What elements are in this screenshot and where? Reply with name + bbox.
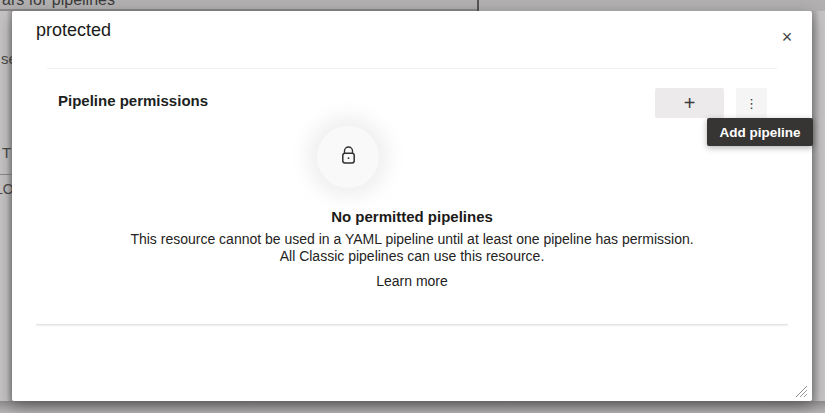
screen: ars for pipelines se T LO protected × Pi… bbox=[0, 0, 825, 413]
learn-more-link[interactable]: Learn more bbox=[376, 273, 448, 289]
background-right-strip bbox=[812, 11, 825, 401]
add-pipeline-tooltip: Add pipeline bbox=[707, 118, 813, 146]
empty-state-description-line: This resource cannot be used in a YAML p… bbox=[62, 231, 762, 248]
empty-state: No permitted pipelines This resource can… bbox=[62, 207, 762, 290]
empty-state-title: No permitted pipelines bbox=[62, 207, 762, 226]
background-text-fragment: T bbox=[2, 144, 11, 161]
panel-bottom-edge bbox=[36, 324, 788, 325]
background-top-strip: ars for pipelines bbox=[0, 0, 825, 11]
more-options-button[interactable]: ⋮ bbox=[736, 88, 767, 118]
header-separator bbox=[47, 68, 777, 69]
background-clipped-text: ars for pipelines bbox=[2, 0, 115, 9]
background-divider bbox=[0, 174, 12, 175]
close-icon: × bbox=[782, 28, 793, 46]
resize-grip-icon[interactable] bbox=[793, 383, 808, 398]
background-left-strip: se T LO bbox=[0, 11, 12, 401]
background-bottom-strip bbox=[0, 401, 825, 413]
dialog-title: protected bbox=[36, 20, 111, 41]
background-column-divider bbox=[477, 0, 479, 11]
close-button[interactable]: × bbox=[774, 24, 800, 50]
add-pipeline-button[interactable]: + bbox=[655, 88, 724, 118]
background-text-fragment: LO bbox=[0, 181, 12, 197]
panel-heading: Pipeline permissions bbox=[58, 92, 208, 109]
empty-state-illustration bbox=[317, 126, 379, 188]
plus-icon: + bbox=[684, 92, 696, 115]
lock-icon bbox=[340, 146, 357, 169]
background-text-fragment: se bbox=[1, 50, 12, 67]
pipeline-permissions-dialog: protected × Pipeline permissions + ⋮ Add… bbox=[12, 11, 812, 401]
empty-state-description-line: All Classic pipelines can use this resou… bbox=[62, 248, 762, 265]
more-options-icon: ⋮ bbox=[745, 96, 758, 111]
